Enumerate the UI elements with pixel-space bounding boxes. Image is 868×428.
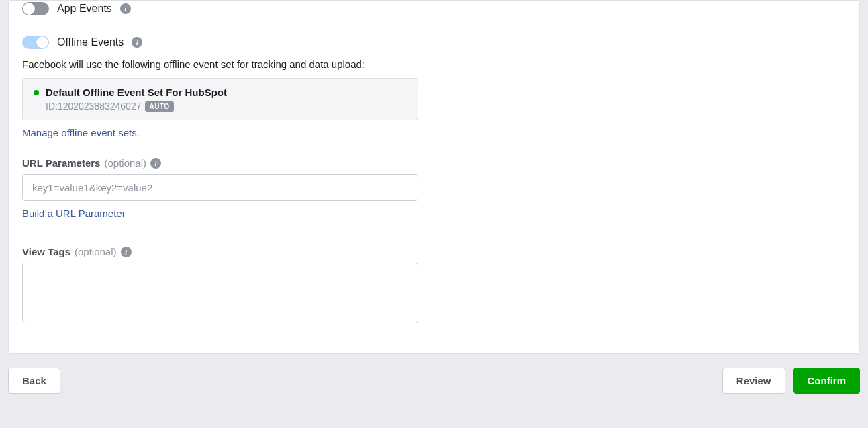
info-icon[interactable]: i (132, 37, 142, 48)
event-set-id: ID:1202023883246027 (46, 101, 141, 112)
app-events-toggle[interactable] (22, 2, 49, 15)
offline-events-row: Offline Events i (22, 36, 846, 49)
settings-card: App Events i Offline Events i Facebook w… (8, 0, 860, 354)
footer-bar: Back Review Confirm (0, 354, 868, 394)
auto-badge: AUTO (145, 101, 173, 112)
event-set-title: Default Offline Event Set For HubSpot (46, 87, 227, 98)
review-button[interactable]: Review (722, 368, 785, 394)
back-button[interactable]: Back (8, 368, 60, 394)
event-set-box: Default Offline Event Set For HubSpot ID… (22, 78, 418, 120)
offline-description: Facebook will use the following offline … (22, 58, 846, 70)
info-icon[interactable]: i (121, 247, 132, 257)
url-params-input[interactable] (22, 174, 418, 201)
app-events-row: App Events i (22, 1, 846, 15)
view-tags-label: View Tags (optional) i (22, 246, 846, 257)
info-icon[interactable]: i (120, 3, 131, 14)
url-params-label: URL Parameters (optional) i (22, 157, 846, 169)
offline-events-label: Offline Events (57, 36, 124, 48)
status-dot-icon (34, 90, 39, 95)
offline-events-toggle[interactable] (22, 36, 49, 49)
manage-offline-link[interactable]: Manage offline event sets. (22, 127, 140, 138)
info-icon[interactable]: i (150, 158, 161, 169)
app-events-label: App Events (57, 3, 112, 15)
view-tags-input[interactable] (22, 263, 418, 323)
confirm-button[interactable]: Confirm (793, 368, 861, 394)
build-url-link[interactable]: Build a URL Parameter (22, 208, 126, 219)
